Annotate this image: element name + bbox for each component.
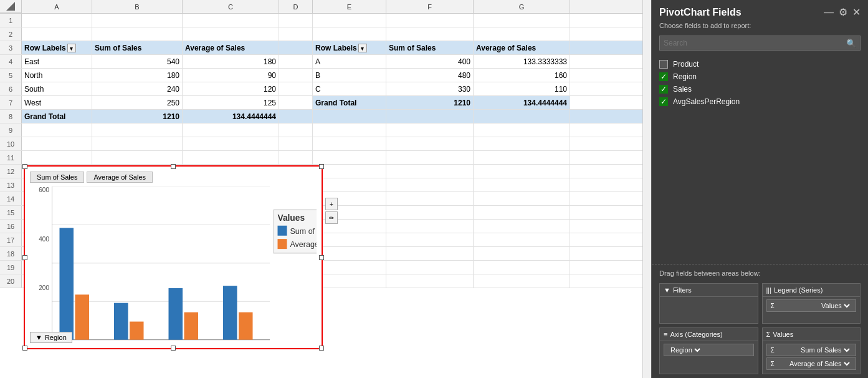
col-header-a[interactable]: A (22, 0, 92, 13)
cell-b7[interactable]: 250 (92, 96, 183, 109)
cell-g5[interactable]: 160 (474, 69, 570, 82)
search-input[interactable] (660, 36, 842, 50)
cell-d5[interactable] (279, 69, 313, 82)
drag-area-legend[interactable]: ||| Legend (Series) Σ Values (762, 283, 861, 324)
cell-e2[interactable] (313, 27, 386, 41)
col-header-d[interactable]: D (279, 0, 313, 13)
chart-filter-button[interactable]: ▼ Region (30, 332, 72, 343)
close-button[interactable]: ✕ (852, 6, 861, 18)
cell-a4[interactable]: East (22, 55, 92, 68)
cell-f1[interactable] (386, 14, 474, 27)
minimize-button[interactable]: — (824, 7, 834, 18)
chart-pencil-button[interactable]: ✏ (325, 211, 338, 224)
cell-g7[interactable]: 134.4444444 (474, 96, 570, 109)
field-checkbox-product[interactable] (659, 60, 668, 69)
cell-f3[interactable]: Sum of Sales (386, 41, 474, 54)
col-header-c[interactable]: C (183, 0, 279, 13)
series-btn-avg[interactable]: Average of Sales (87, 172, 153, 183)
resize-handle-bottom[interactable] (171, 346, 176, 351)
resize-handle-tl[interactable] (22, 164, 27, 169)
cell-e6[interactable]: C (313, 82, 386, 95)
chart-plus-button[interactable]: + (325, 198, 338, 210)
cell-d8[interactable] (279, 110, 313, 123)
legend-values-chip[interactable]: Σ Values (766, 299, 857, 312)
resize-handle-right[interactable] (319, 255, 324, 260)
cell-c7[interactable]: 125 (183, 96, 279, 109)
cell-e8[interactable] (313, 110, 386, 123)
cell-b8[interactable]: 1210 (92, 110, 183, 123)
values-sum-select[interactable]: Sum of Sales (798, 346, 852, 354)
cell-b2[interactable] (92, 27, 183, 41)
resize-handle-tr[interactable] (319, 164, 324, 169)
col-header-g[interactable]: G (474, 0, 570, 13)
cell-g4[interactable]: 133.3333333 (474, 55, 570, 68)
series-btn-sum[interactable]: Sum of Sales (30, 172, 84, 183)
values-avg-select[interactable]: Average of Sales (787, 359, 852, 368)
cell-d2[interactable] (279, 27, 313, 41)
cell-b5[interactable]: 180 (92, 69, 183, 82)
cell-d4[interactable] (279, 55, 313, 68)
cell-a2[interactable] (22, 27, 92, 41)
cell-f5[interactable]: 480 (386, 69, 474, 82)
cell-f4[interactable]: 400 (386, 55, 474, 68)
cell-a5[interactable]: North (22, 69, 92, 82)
axis-region-select[interactable]: Region (668, 346, 702, 354)
cell-e3[interactable]: Row Labels ▾ (313, 41, 386, 54)
cell-g8[interactable] (474, 110, 570, 123)
field-checkbox-sales[interactable]: ✓ (659, 85, 668, 94)
resize-handle-left[interactable] (22, 255, 27, 260)
cell-b1[interactable] (92, 14, 183, 27)
cell-c6[interactable]: 120 (183, 82, 279, 95)
cell-b4[interactable]: 540 (92, 55, 183, 68)
legend-values-select[interactable]: Values (819, 301, 852, 310)
cell-f2[interactable] (386, 27, 474, 41)
cell-d1[interactable] (279, 14, 313, 27)
drag-area-axis[interactable]: ≡ Axis (Categories) Region (659, 327, 758, 374)
cell-c1[interactable] (183, 14, 279, 27)
cell-f8[interactable] (386, 110, 474, 123)
cell-c3[interactable]: Average of Sales (183, 41, 279, 54)
cell-c8[interactable]: 134.4444444 (183, 110, 279, 123)
field-checkbox-avgsales[interactable]: ✓ (659, 97, 668, 106)
cell-c4[interactable]: 180 (183, 55, 279, 68)
values-sum-chip[interactable]: Σ Sum of Sales (766, 344, 857, 356)
values-avg-chip[interactable]: Σ Average of Sales (766, 357, 857, 370)
col-header-e[interactable]: E (313, 0, 386, 13)
cell-e5[interactable]: B (313, 69, 386, 82)
axis-region-chip[interactable]: Region (664, 344, 754, 356)
cell-a6[interactable]: South (22, 82, 92, 95)
cell-f6[interactable]: 330 (386, 82, 474, 95)
cell-c5[interactable]: 90 (183, 69, 279, 82)
cell-a1[interactable] (22, 14, 92, 27)
cell-b3[interactable]: Sum of Sales (92, 41, 183, 54)
cell-g1[interactable] (474, 14, 570, 27)
resize-handle-bl[interactable] (22, 346, 27, 351)
resize-handle-br[interactable] (319, 346, 324, 351)
vertical-scrollbar[interactable] (642, 0, 651, 378)
cell-e1[interactable] (313, 14, 386, 27)
col-header-b[interactable]: B (92, 0, 183, 13)
filter-button-e3[interactable]: ▾ (358, 44, 367, 52)
resize-handle-top[interactable] (171, 164, 176, 169)
drag-area-values[interactable]: Σ Values Σ Sum of Sales Σ Average of Sal… (762, 327, 861, 374)
settings-icon-button[interactable]: ⚙ (839, 6, 847, 18)
field-checkbox-region[interactable]: ✓ (659, 72, 668, 81)
cell-g6[interactable]: 110 (474, 82, 570, 95)
pivot-chart[interactable]: Sum of Sales Average of Sales 600 400 20… (24, 165, 323, 349)
cell-a8[interactable]: Grand Total (22, 110, 92, 123)
cell-b6[interactable]: 240 (92, 82, 183, 95)
filter-button-a3[interactable]: ▾ (67, 44, 76, 52)
cell-g2[interactable] (474, 27, 570, 41)
cell-d7[interactable] (279, 96, 313, 109)
cell-d3[interactable] (279, 41, 313, 54)
cell-g3[interactable]: Average of Sales (474, 41, 570, 54)
drag-area-filters[interactable]: ▼ Filters (659, 283, 758, 324)
cell-a3[interactable]: Row Labels ▾ (22, 41, 92, 54)
cell-e4[interactable]: A (313, 55, 386, 68)
cell-d6[interactable] (279, 82, 313, 95)
cell-f7[interactable]: 1210 (386, 96, 474, 109)
cell-c2[interactable] (183, 27, 279, 41)
cell-a7[interactable]: West (22, 96, 92, 109)
cell-e7[interactable]: Grand Total (313, 96, 386, 109)
col-header-f[interactable]: F (386, 0, 474, 13)
